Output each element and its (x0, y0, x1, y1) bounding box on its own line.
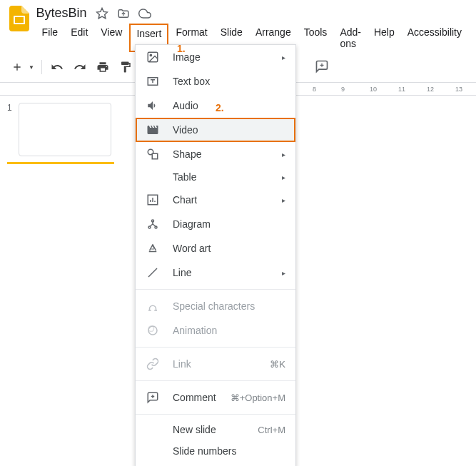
slide-thumbnail[interactable] (19, 103, 111, 156)
menu-item-diagram[interactable]: Diagram (136, 212, 295, 236)
menu-item-wordart[interactable]: Word art (136, 236, 295, 260)
chevron-right-icon: ▸ (282, 269, 285, 277)
chevron-right-icon: ▸ (282, 196, 285, 204)
menu-addons[interactable]: Add-ons (334, 24, 367, 52)
cloud-status-icon[interactable] (138, 7, 151, 20)
svg-marker-2 (96, 8, 107, 18)
menu-item-table[interactable]: Table ▸ (136, 166, 295, 188)
new-slide-button[interactable]: ▼ (7, 56, 37, 78)
comment-icon (146, 390, 160, 405)
menu-divider (136, 414, 295, 415)
menu-item-slide-numbers[interactable]: Slide numbers (136, 440, 295, 462)
wordart-icon (146, 241, 160, 255)
menu-item-special-characters: Special characters (136, 294, 295, 318)
move-icon[interactable] (117, 7, 130, 20)
slide-indicator (7, 162, 114, 164)
menu-item-comment[interactable]: Comment ⌘+Option+M (136, 385, 295, 410)
menu-divider (136, 347, 295, 348)
menu-item-line[interactable]: Line ▸ (136, 260, 295, 285)
video-icon (146, 123, 160, 137)
slide-number: 1 (7, 103, 14, 156)
menu-tools[interactable]: Tools (298, 24, 333, 52)
menu-item-video[interactable]: Video (136, 118, 295, 142)
menu-file[interactable]: File (36, 24, 64, 52)
menu-item-link: Link ⌘K (136, 352, 295, 376)
svg-point-11 (155, 226, 157, 228)
textbox-icon (146, 74, 160, 88)
undo-button[interactable] (46, 56, 68, 78)
menu-item-textbox[interactable]: Text box (136, 69, 295, 93)
menu-help[interactable]: Help (368, 24, 400, 52)
add-comment-button[interactable] (312, 56, 332, 76)
print-button[interactable] (92, 56, 113, 78)
svg-point-9 (152, 220, 154, 222)
diagram-icon (146, 217, 160, 231)
paint-format-button[interactable] (115, 56, 136, 78)
menu-item-new-slide[interactable]: New slide Ctrl+M (136, 419, 295, 440)
menu-item-chart[interactable]: Chart ▸ (136, 188, 295, 212)
shape-icon (146, 147, 160, 161)
menu-item-image[interactable]: Image ▸ (136, 45, 295, 69)
chart-icon (146, 193, 160, 207)
annotation-2: 2. (216, 102, 224, 113)
menu-accessibility[interactable]: Accessibility (402, 24, 467, 52)
slide-thumbnails-panel: 1 (0, 96, 125, 466)
star-icon[interactable] (96, 7, 108, 20)
menu-view[interactable]: View (95, 24, 128, 52)
line-icon (146, 265, 160, 280)
redo-button[interactable] (69, 56, 91, 78)
menu-divider (136, 289, 295, 290)
svg-point-10 (148, 226, 151, 228)
menu-item-animation: Animation (136, 318, 295, 343)
audio-icon (146, 98, 160, 113)
svg-point-4 (150, 54, 151, 56)
menu-divider (136, 380, 295, 381)
chevron-right-icon: ▸ (282, 173, 285, 181)
document-title[interactable]: BytesBin (36, 6, 87, 21)
animation-icon (146, 323, 160, 338)
annotation-1: 1. (177, 43, 186, 54)
menu-edit[interactable]: Edit (65, 24, 93, 52)
menu-item-shape[interactable]: Shape ▸ (136, 142, 295, 166)
link-icon (146, 357, 160, 371)
chevron-right-icon: ▸ (282, 54, 285, 61)
svg-rect-7 (152, 153, 158, 159)
image-icon (146, 50, 160, 64)
svg-rect-1 (15, 17, 24, 23)
special-characters-icon (146, 299, 160, 313)
slides-logo[interactable] (9, 6, 31, 31)
chevron-right-icon: ▸ (282, 151, 285, 158)
